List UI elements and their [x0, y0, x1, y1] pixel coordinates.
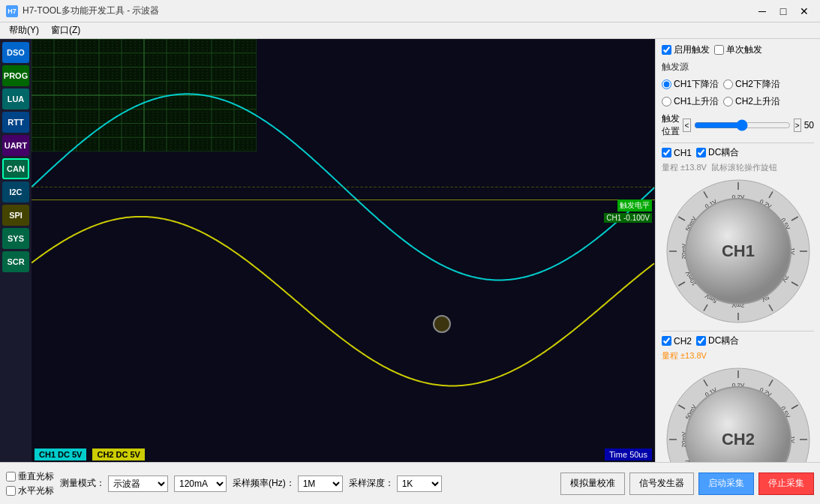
- trigger-ch1-rise-radio[interactable]: [662, 97, 671, 106]
- bottom-controls: 垂直光标 水平光标 测量模式： 示波器 120mA 采样频率(Hz)： 1M 采…: [0, 462, 820, 504]
- trigger-source-row1: CH1下降沿 CH2下降沿: [662, 78, 814, 91]
- ch2-dc-checkbox[interactable]: [696, 336, 706, 346]
- ch2-knob-container[interactable]: 0.2V 0.1V 50mV 20mV 10mV 5mV 2mV 5V 2V 1…: [663, 364, 813, 462]
- menu-bar: 帮助(Y) 窗口(Z): [0, 22, 820, 39]
- trigger-ch2-fall[interactable]: CH2下降沿: [723, 78, 780, 91]
- ch1-dc-label[interactable]: DC耦合: [696, 146, 739, 159]
- sidebar-item-can[interactable]: CAN: [2, 158, 29, 179]
- ch2-dc-label[interactable]: DC耦合: [696, 334, 739, 347]
- minimize-button[interactable]: ─: [752, 4, 772, 19]
- sample-depth-group: 采样深度： 1K: [349, 476, 442, 492]
- ch1-hint: 鼠标滚轮操作旋钮: [711, 162, 777, 173]
- sample-depth-select[interactable]: 1K: [397, 476, 442, 492]
- trigger-pos-row: 触发位置 < > 50: [662, 112, 814, 138]
- right-panel: 启用触发 单次触发 触发源 CH1下降沿 CH2下降沿 CH1上升沿: [655, 39, 820, 462]
- sample-depth-label: 采样深度：: [349, 477, 394, 490]
- ch1-value-label: CH1 -0.100V: [604, 213, 652, 223]
- ch1-range-label: 量程 ±13.8V: [662, 162, 707, 173]
- ch1-section: CH1 DC耦合 量程 ±13.8V 鼠标滚轮操作旋钮: [662, 142, 814, 326]
- sidebar-item-prog[interactable]: PROG: [2, 65, 29, 86]
- sidebar-item-rtt[interactable]: RTT: [2, 112, 29, 133]
- channel-status: CH1 DC 5V CH2 DC 5V: [35, 448, 145, 460]
- svg-text:CH1: CH1: [721, 242, 754, 260]
- mode-label: 测量模式：: [60, 477, 105, 490]
- grid-canvas: [32, 39, 257, 152]
- trigger-ch1-rise[interactable]: CH1上升沿: [662, 95, 719, 108]
- trigger-enable-checkbox-label[interactable]: 启用触发: [662, 44, 710, 56]
- ch1-knob-svg[interactable]: 0.2V 0.1V 50mV 20mV 10mV 5mV 2mV 5V 2V 1…: [663, 176, 813, 326]
- ch1-knob-container[interactable]: 0.2V 0.1V 50mV 20mV 10mV 5mV 2mV 5V 2V 1…: [663, 176, 813, 326]
- ch2-controls-row: CH2 DC耦合: [662, 334, 814, 347]
- trigger-pos-label: 触发位置: [662, 112, 680, 138]
- trigger-ch2-fall-radio[interactable]: [723, 80, 733, 89]
- sidebar-item-sys[interactable]: SYS: [2, 228, 29, 249]
- trigger-ch1-fall-radio[interactable]: [662, 80, 671, 89]
- main-area: DSO PROG LUA RTT UART CAN I2C SPI SYS SC…: [0, 39, 820, 462]
- vertical-cursor-label[interactable]: 垂直光标: [6, 470, 54, 483]
- start-capture-button[interactable]: 启动采集: [698, 472, 754, 495]
- trigger-ch2-rise-radio[interactable]: [723, 97, 733, 106]
- trigger-ch1-fall[interactable]: CH1下降沿: [662, 78, 719, 91]
- window-title: H7-TOOL多功能开发工具 - 示波器: [23, 4, 752, 17]
- sidebar-item-uart[interactable]: UART: [2, 135, 29, 156]
- sidebar-item-dso[interactable]: DSO: [2, 42, 29, 63]
- sample-rate-label: 采样频率(Hz)：: [233, 477, 295, 490]
- menu-help[interactable]: 帮助(Y): [3, 22, 45, 38]
- trigger-single-checkbox[interactable]: [714, 45, 724, 55]
- sidebar: DSO PROG LUA RTT UART CAN I2C SPI SYS SC…: [0, 39, 32, 462]
- ch2-enable-checkbox[interactable]: [662, 336, 671, 346]
- horizontal-cursor-label[interactable]: 水平光标: [6, 484, 54, 497]
- close-button[interactable]: ✕: [794, 4, 814, 19]
- stop-capture-button[interactable]: 停止采集: [758, 472, 814, 495]
- trigger-line: [32, 200, 655, 200]
- ch2-enable-label[interactable]: CH2: [662, 336, 692, 346]
- sidebar-item-spi[interactable]: SPI: [2, 205, 29, 226]
- mode-select[interactable]: 示波器: [108, 476, 168, 492]
- time-status-label: Time 50us: [605, 448, 652, 460]
- ch2-section: CH2 DC耦合 量程 ±13.8V: [662, 331, 814, 462]
- maximize-button[interactable]: □: [773, 4, 793, 19]
- calibrate-button[interactable]: 模拟量校准: [560, 472, 625, 495]
- ch1-controls-row: CH1 DC耦合: [662, 146, 814, 159]
- trigger-pos-value: 50: [804, 120, 814, 130]
- cursor-indicator: [433, 315, 451, 333]
- svg-text:CH2: CH2: [721, 430, 754, 448]
- trigger-single-checkbox-label[interactable]: 单次触发: [714, 44, 762, 56]
- trigger-ch2-rise[interactable]: CH2上升沿: [723, 95, 780, 108]
- oscilloscope-display[interactable]: 触发电平 CH1 -0.100V CH1 DC 5V CH2 DC 5V Tim…: [32, 39, 655, 462]
- ch1-dc-checkbox[interactable]: [696, 148, 706, 158]
- current-select[interactable]: 120mA: [174, 476, 227, 492]
- trigger-source-row2: CH1上升沿 CH2上升沿: [662, 95, 814, 108]
- horizontal-cursor-checkbox[interactable]: [6, 486, 16, 496]
- ch1-status-label: CH1 DC 5V: [35, 448, 86, 460]
- vertical-cursor-checkbox[interactable]: [6, 472, 16, 482]
- app-icon: H7: [6, 5, 18, 17]
- trigger-pos-inc[interactable]: >: [794, 118, 801, 132]
- trigger-pos-dec[interactable]: <: [683, 118, 690, 132]
- mode-group: 测量模式： 示波器: [60, 476, 168, 492]
- sample-rate-group: 采样频率(Hz)： 1M: [233, 476, 343, 492]
- cursor-checkboxes: 垂直光标 水平光标: [6, 470, 54, 497]
- sidebar-item-i2c[interactable]: I2C: [2, 182, 29, 202]
- signal-gen-button[interactable]: 信号发生器: [629, 472, 694, 495]
- ch1-enable-checkbox[interactable]: [662, 148, 671, 158]
- sidebar-item-scr[interactable]: SCR: [2, 251, 29, 272]
- trigger-enable-row: 启用触发 单次触发: [662, 44, 814, 56]
- sidebar-item-lua[interactable]: LUA: [2, 88, 29, 110]
- action-buttons: 模拟量校准 信号发生器 启动采集 停止采集: [560, 472, 814, 495]
- sample-rate-select[interactable]: 1M: [298, 476, 343, 492]
- trigger-source-title: 触发源: [662, 61, 814, 74]
- trigger-enable-checkbox[interactable]: [662, 45, 671, 55]
- ch2-status-label: CH2 DC 5V: [92, 448, 144, 460]
- depth-group: 采样深度： 1K: [349, 476, 442, 492]
- trigger-pos-slider[interactable]: [694, 118, 791, 132]
- window-controls: ─ □ ✕: [752, 4, 814, 19]
- trigger-level-label: 触发电平: [617, 200, 652, 212]
- ch2-knob-svg[interactable]: 0.2V 0.1V 50mV 20mV 10mV 5mV 2mV 5V 2V 1…: [663, 364, 813, 462]
- title-bar: H7 H7-TOOL多功能开发工具 - 示波器 ─ □ ✕: [0, 0, 820, 22]
- menu-window[interactable]: 窗口(Z): [45, 22, 86, 38]
- current-group: 120mA: [174, 476, 227, 492]
- ch1-range-row: 量程 ±13.8V 鼠标滚轮操作旋钮: [662, 162, 814, 173]
- ch2-range-row: 量程 ±13.8V: [662, 350, 814, 362]
- ch1-enable-label[interactable]: CH1: [662, 148, 692, 158]
